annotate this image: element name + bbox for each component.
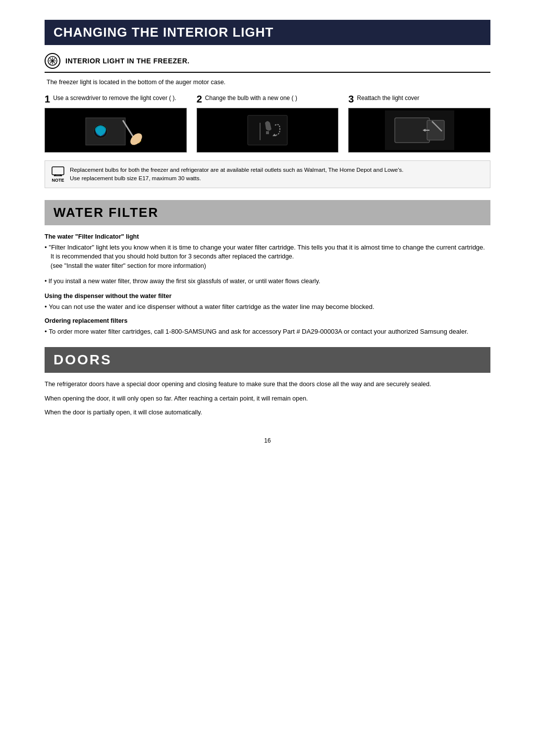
doors-header: DOORS xyxy=(45,347,490,373)
note-icon xyxy=(51,166,65,177)
filter-extra-text: • If you install a new water filter, thr… xyxy=(45,277,490,286)
dispenser-bullet-symbol: • xyxy=(45,303,47,310)
filter-bullet-1-text: "Filter Indicator" light lets you know w… xyxy=(49,244,485,251)
water-filter-section: WATER FILTER The water "Filter Indicator… xyxy=(45,200,490,335)
freezer-subsection-header: INTERIOR LIGHT IN THE FREEZER. xyxy=(45,53,490,73)
filter-extra-block: • If you install a new water filter, thr… xyxy=(45,277,490,286)
interior-light-header: CHANGING THE INTERIOR LIGHT xyxy=(45,20,490,45)
step-3-number: 3 xyxy=(348,94,354,104)
page-number: 16 xyxy=(45,437,490,444)
note-icon-wrap: NOTE xyxy=(51,166,65,183)
note-line-1: Replacement bulbs for both the freezer a… xyxy=(70,167,403,173)
dispenser-block: Using the dispenser without the water fi… xyxy=(45,292,490,310)
water-filter-title: WATER FILTER xyxy=(54,205,482,220)
step-1: 1 Use a screwdriver to remove the light … xyxy=(45,94,187,152)
note-text-content: Replacement bulbs for both the freezer a… xyxy=(70,166,403,183)
water-filter-header: WATER FILTER xyxy=(45,200,490,225)
filter-bullet-1: • "Filter Indicator" light lets you know… xyxy=(45,244,490,251)
filter-indicator-title: The water "Filter Indicator" light xyxy=(45,232,490,242)
filter-note-1: It is recommended that you should hold b… xyxy=(51,252,490,261)
ordering-bullet-text: To order more water filter cartridges, c… xyxy=(49,328,469,335)
dispenser-bullet-text: You can not use the water and ice dispen… xyxy=(49,303,374,310)
step-1-image xyxy=(45,108,187,152)
bullet-symbol-1: • xyxy=(45,244,47,251)
interior-light-title: CHANGING THE INTERIOR LIGHT xyxy=(54,25,273,40)
ordering-title: Ordering replacement filters xyxy=(45,316,490,326)
step-3-header: 3 Reattach the light cover xyxy=(348,94,419,104)
step-1-text: Use a screwdriver to remove the light co… xyxy=(53,94,176,102)
freezer-icon xyxy=(45,53,60,69)
doors-para-1: The refrigerator doors have a special do… xyxy=(45,380,490,389)
filter-note-2: (see "Install the water filter" section … xyxy=(51,261,490,271)
step-3-image xyxy=(348,108,490,152)
note-label: NOTE xyxy=(52,178,64,183)
dispenser-bullet: • You can not use the water and ice disp… xyxy=(45,303,490,310)
step-2-header: 2 Change the bulb with a new one ( ) xyxy=(197,94,297,104)
doors-para-3: When the door is partially open, it will… xyxy=(45,408,490,417)
changing-interior-light-section: CHANGING THE INTERIOR LIGHT INTERIOR LIG… xyxy=(45,20,490,188)
freezer-subsection-title: INTERIOR LIGHT IN THE FREEZER. xyxy=(65,57,190,65)
step-3-text: Reattach the light cover xyxy=(357,94,419,102)
step-2-text: Change the bulb with a new one ( ) xyxy=(205,94,297,102)
ordering-bullet: • To order more water filter cartridges,… xyxy=(45,328,490,335)
filter-indicator-block: The water "Filter Indicator" light • "Fi… xyxy=(45,232,490,270)
step-1-number: 1 xyxy=(45,94,50,104)
step-1-header: 1 Use a screwdriver to remove the light … xyxy=(45,94,176,104)
ordering-block: Ordering replacement filters • To order … xyxy=(45,316,490,335)
ordering-bullet-symbol: • xyxy=(45,328,47,335)
step-3: 3 Reattach the light cover xyxy=(348,94,490,152)
svg-rect-14 xyxy=(266,131,269,134)
doors-title: DOORS xyxy=(54,352,482,368)
doors-para-2: When opening the door, it will only open… xyxy=(45,394,490,403)
doors-section: DOORS The refrigerator doors have a spec… xyxy=(45,347,490,417)
note-line-2: Use replacement bulb size E17, maximum 3… xyxy=(70,175,201,181)
step-2: 2 Change the bulb with a new one ( ) xyxy=(197,94,339,152)
freezer-intro-text: The freezer light is located in the bott… xyxy=(47,78,490,87)
step-2-image xyxy=(197,108,339,152)
svg-rect-22 xyxy=(52,167,64,175)
dispenser-title: Using the dispenser without the water fi… xyxy=(45,292,490,301)
steps-container: 1 Use a screwdriver to remove the light … xyxy=(45,94,490,152)
step-2-number: 2 xyxy=(197,94,202,104)
note-box: NOTE Replacement bulbs for both the free… xyxy=(45,160,490,189)
